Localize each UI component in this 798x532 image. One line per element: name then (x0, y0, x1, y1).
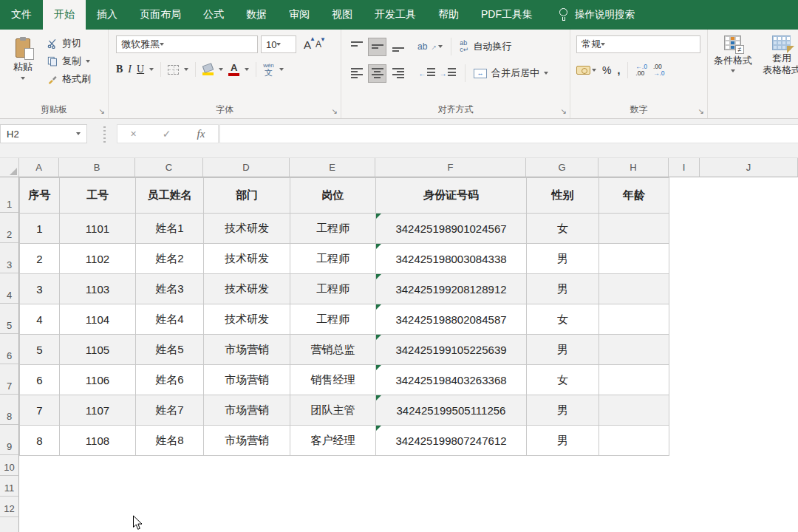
cell[interactable] (599, 395, 669, 426)
cell[interactable] (599, 304, 669, 335)
number-dialog-launcher[interactable]: ↘ (698, 108, 704, 115)
comma-style-button[interactable]: , (617, 64, 620, 76)
cell[interactable]: 2 (20, 244, 60, 274)
cell[interactable] (599, 274, 669, 304)
row-header-10[interactable]: 10 (0, 455, 19, 476)
header-cell[interactable]: 岗位 (290, 178, 376, 214)
col-header-B[interactable]: B (59, 158, 135, 177)
cell[interactable]: 女 (527, 304, 599, 335)
decrease-indent-button[interactable]: ← (417, 64, 436, 83)
col-header-J[interactable]: J (700, 158, 798, 177)
menu-tab-7[interactable]: 视图 (321, 0, 364, 30)
cell[interactable]: 男 (527, 335, 599, 365)
cell[interactable]: 7 (20, 395, 60, 426)
menu-tab-6[interactable]: 审阅 (278, 0, 321, 30)
row-header-1[interactable]: 1 (0, 177, 19, 213)
menu-tab-0[interactable]: 文件 (0, 0, 43, 30)
cell[interactable]: 姓名7 (136, 395, 204, 426)
cell[interactable]: 市场营销 (204, 335, 290, 365)
row-header-11[interactable]: 11 (0, 476, 19, 497)
paste-dropdown-icon[interactable] (21, 77, 25, 80)
menu-tab-4[interactable]: 公式 (192, 0, 235, 30)
align-middle-button[interactable] (368, 38, 386, 56)
borders-icon[interactable] (168, 65, 179, 75)
name-box-dropdown-icon[interactable] (76, 132, 81, 135)
align-right-button[interactable] (389, 64, 407, 83)
formula-input[interactable] (219, 124, 798, 143)
cell[interactable]: 4 (20, 304, 60, 335)
increase-font-button[interactable]: A▲ (304, 38, 313, 51)
cell[interactable]: 1104 (60, 304, 136, 335)
cell[interactable]: 342425198403263368 (376, 365, 527, 395)
wrap-text-button[interactable]: abc↵ 自动换行 (460, 40, 511, 53)
cell[interactable]: 男 (527, 426, 599, 456)
col-header-H[interactable]: H (598, 158, 669, 177)
cell[interactable]: 3 (20, 274, 60, 304)
clipboard-dialog-launcher[interactable]: ↘ (99, 108, 105, 115)
menu-tab-5[interactable]: 数据 (235, 0, 278, 30)
row-header-12[interactable]: 12 (0, 497, 19, 517)
font-dialog-launcher[interactable]: ↘ (332, 108, 338, 115)
borders-dropdown-icon[interactable] (184, 68, 188, 71)
cell[interactable]: 技术研发 (204, 274, 290, 304)
cell[interactable]: 1103 (60, 274, 136, 304)
increase-indent-button[interactable]: → (438, 64, 457, 83)
cell[interactable]: 1107 (60, 395, 136, 426)
cell[interactable]: 市场营销 (204, 426, 290, 456)
header-cell[interactable]: 员工姓名 (136, 178, 204, 214)
row-header-7[interactable]: 7 (0, 364, 19, 395)
cell[interactable] (599, 335, 669, 365)
font-name-combo[interactable]: 微软雅黑 (116, 35, 258, 53)
menu-tab-2[interactable]: 插入 (86, 0, 129, 30)
increase-decimal-button[interactable]: ←.0.00 (635, 64, 647, 78)
cell[interactable]: 6 (20, 365, 60, 395)
cell[interactable]: 姓名5 (136, 335, 204, 365)
cell[interactable]: 姓名4 (136, 304, 204, 335)
cell[interactable]: 团队主管 (290, 395, 376, 426)
align-left-button[interactable] (347, 64, 366, 83)
cell[interactable]: 工程师 (290, 304, 376, 335)
cell[interactable]: 5 (20, 335, 60, 365)
number-format-combo[interactable]: 常规 (576, 35, 700, 53)
tell-me-search[interactable]: 操作说明搜索 (559, 0, 635, 30)
col-header-F[interactable]: F (375, 158, 526, 177)
orientation-button[interactable]: ab→ (417, 41, 443, 52)
font-color-button[interactable]: A (228, 63, 239, 76)
sheet-area[interactable]: 序号工号员工姓名部门岗位身份证号码性别年龄11101姓名1技术研发工程师3424… (19, 177, 798, 532)
cell[interactable]: 销售经理 (290, 365, 376, 395)
underline-button[interactable]: U (137, 64, 144, 75)
cell[interactable]: 女 (527, 365, 599, 395)
cell[interactable]: 工程师 (290, 244, 376, 274)
cell[interactable] (599, 426, 669, 456)
name-box[interactable]: H2 (0, 124, 87, 143)
format-as-table-button[interactable]: 套用表格格式 (763, 35, 798, 118)
header-cell[interactable]: 部门 (204, 178, 290, 214)
cell[interactable]: 1108 (60, 426, 136, 456)
col-header-A[interactable]: A (19, 158, 59, 177)
header-cell[interactable]: 年龄 (599, 178, 669, 214)
col-header-I[interactable]: I (669, 158, 700, 177)
cell[interactable]: 姓名2 (136, 244, 204, 274)
cell[interactable]: 男 (527, 274, 599, 304)
row-header-5[interactable]: 5 (0, 304, 19, 334)
cell[interactable]: 8 (20, 426, 60, 456)
col-header-G[interactable]: G (526, 158, 598, 177)
cell[interactable] (599, 214, 669, 244)
fill-color-button[interactable] (202, 64, 214, 75)
cell[interactable]: 342425198003084338 (376, 244, 527, 274)
header-cell[interactable]: 序号 (20, 178, 60, 214)
conditional-dropdown-icon[interactable] (731, 69, 735, 72)
cell[interactable]: 342425198802084587 (376, 304, 527, 335)
cancel-button[interactable]: × (131, 128, 137, 140)
cell[interactable]: 342425199105225639 (376, 335, 527, 365)
conditional-formatting-button[interactable]: ≠ 条件格式 (714, 35, 752, 118)
cell[interactable]: 男 (527, 395, 599, 426)
cell[interactable]: 姓名3 (136, 274, 204, 304)
cell[interactable]: 1101 (60, 214, 136, 244)
header-cell[interactable]: 身份证号码 (376, 178, 527, 214)
menu-tab-3[interactable]: 页面布局 (129, 0, 192, 30)
cell[interactable]: 1105 (60, 335, 136, 365)
row-header-2[interactable]: 2 (0, 213, 19, 243)
align-center-button[interactable] (368, 64, 386, 83)
cell[interactable]: 市场营销 (204, 395, 290, 426)
